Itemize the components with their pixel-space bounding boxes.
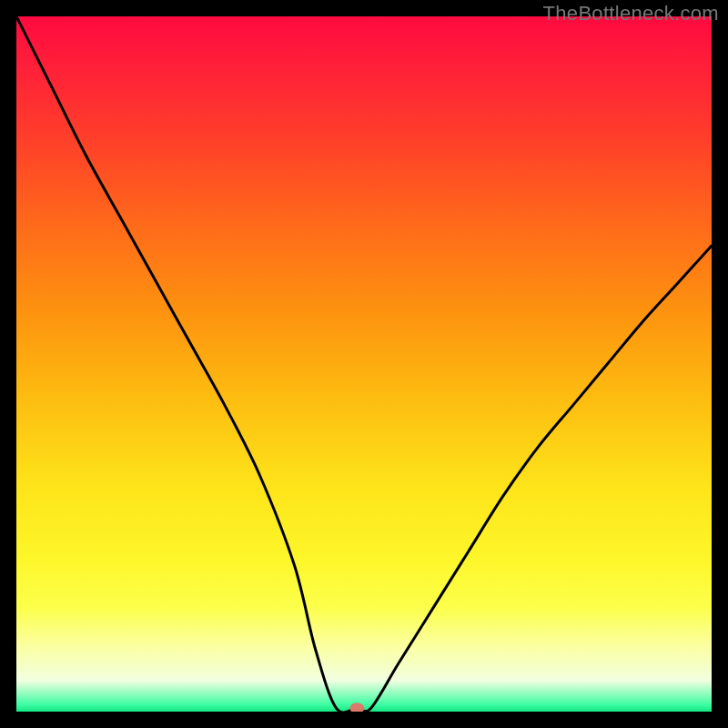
plot-area xyxy=(16,16,712,712)
watermark-label: TheBottleneck.com xyxy=(543,2,719,25)
chart-svg xyxy=(16,16,712,712)
chart-frame: TheBottleneck.com xyxy=(0,0,728,728)
